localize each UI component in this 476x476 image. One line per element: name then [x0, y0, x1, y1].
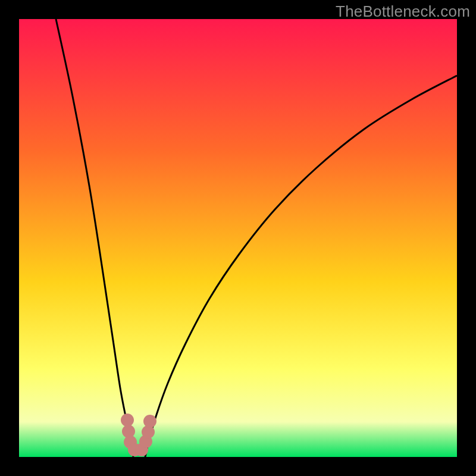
data-marker — [121, 414, 134, 427]
chart-plot-area — [19, 19, 457, 457]
chart-background — [19, 19, 457, 457]
watermark-text: TheBottleneck.com — [336, 2, 470, 21]
data-marker — [143, 415, 156, 428]
chart-frame: TheBottleneck.com — [0, 0, 476, 476]
chart-svg — [19, 19, 457, 457]
